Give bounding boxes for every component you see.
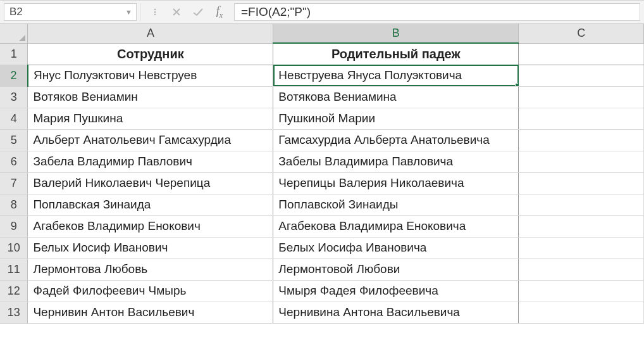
cell-B4[interactable]: Пушкиной Марии xyxy=(273,108,519,129)
row-header[interactable]: 6 xyxy=(0,151,28,172)
cell-A8[interactable]: Поплавская Зинаида xyxy=(28,194,273,215)
cell-C2[interactable] xyxy=(519,65,644,86)
name-box-dropdown-icon[interactable]: ▼ xyxy=(125,8,132,16)
cell-C8[interactable] xyxy=(519,194,644,215)
row-header[interactable]: 12 xyxy=(0,280,28,302)
cell-C9[interactable] xyxy=(519,215,644,237)
formula-text: =FIO(A2;"Р") xyxy=(241,5,311,19)
grid: A B C 1 Сотрудник Родительный падеж 2 Ян… xyxy=(0,24,644,324)
cell-C4[interactable] xyxy=(519,108,644,129)
formula-input[interactable]: =FIO(A2;"Р") xyxy=(234,3,640,21)
cell-C1[interactable] xyxy=(519,43,644,65)
cell-B13[interactable]: Чернивина Антона Васильевича xyxy=(273,302,519,323)
cell-B6[interactable]: Забелы Владимира Павловича xyxy=(273,151,519,172)
row-header[interactable]: 13 xyxy=(0,302,28,323)
cell-B9[interactable]: Агабекова Владимира Еноковича xyxy=(273,215,519,237)
row-header[interactable]: 4 xyxy=(0,108,28,129)
cell-A5[interactable]: Альберт Анатольевич Гамсахурдиа xyxy=(28,129,273,151)
cell-A12[interactable]: Фадей Филофеевич Чмырь xyxy=(28,280,273,302)
row-header[interactable]: 1 xyxy=(0,43,28,65)
cell-B8[interactable]: Поплавской Зинаиды xyxy=(273,194,519,215)
cell-A7[interactable]: Валерий Николаевич Черепица xyxy=(28,172,273,194)
svg-point-1 xyxy=(154,11,156,13)
cell-B3[interactable]: Вотякова Вениамина xyxy=(273,86,519,108)
cell-B10[interactable]: Белых Иосифа Ивановича xyxy=(273,237,519,258)
select-all-corner[interactable] xyxy=(0,24,28,43)
cell-A4[interactable]: Мария Пушкина xyxy=(28,108,273,129)
cell-C7[interactable] xyxy=(519,172,644,194)
name-box[interactable]: B2 ▼ xyxy=(4,3,137,21)
row-header[interactable]: 9 xyxy=(0,215,28,237)
cell-C5[interactable] xyxy=(519,129,644,151)
cell-A6[interactable]: Забела Владимир Павлович xyxy=(28,151,273,172)
row-header[interactable]: 5 xyxy=(0,129,28,151)
name-box-value: B2 xyxy=(9,6,23,18)
row-header[interactable]: 7 xyxy=(0,172,28,194)
col-header-B[interactable]: B xyxy=(273,24,519,43)
cell-B12[interactable]: Чмыря Фадея Филофеевича xyxy=(273,280,519,302)
cell-B2[interactable]: Невструева Януса Полуэктовича xyxy=(273,65,519,86)
cell-C11[interactable] xyxy=(519,258,644,280)
cell-C10[interactable] xyxy=(519,237,644,258)
cell-A11[interactable]: Лермонтова Любовь xyxy=(28,258,273,280)
col-header-A[interactable]: A xyxy=(28,24,273,43)
cancel-icon[interactable] xyxy=(166,3,187,21)
row-header[interactable]: 11 xyxy=(0,258,28,280)
separator xyxy=(137,3,140,21)
row-header[interactable]: 3 xyxy=(0,86,28,108)
row-header[interactable]: 2 xyxy=(0,65,28,86)
cell-C12[interactable] xyxy=(519,280,644,302)
row-header[interactable]: 10 xyxy=(0,237,28,258)
cell-C13[interactable] xyxy=(519,302,644,323)
cell-B1[interactable]: Родительный падеж xyxy=(273,43,519,65)
cell-C3[interactable] xyxy=(519,86,644,108)
row-header[interactable]: 8 xyxy=(0,194,28,215)
cell-B7[interactable]: Черепицы Валерия Николаевича xyxy=(273,172,519,194)
cell-A10[interactable]: Белых Иосиф Иванович xyxy=(28,237,273,258)
col-header-C[interactable]: C xyxy=(519,24,644,43)
cell-B11[interactable]: Лермонтовой Любови xyxy=(273,258,519,280)
cell-A13[interactable]: Чернивин Антон Васильевич xyxy=(28,302,273,323)
insert-function-icon[interactable]: fx xyxy=(209,3,230,21)
cell-A3[interactable]: Вотяков Вениамин xyxy=(28,86,273,108)
worksheet[interactable]: A B C 1 Сотрудник Родительный падеж 2 Ян… xyxy=(0,24,644,344)
cell-B5[interactable]: Гамсахурдиа Альберта Анатольевича xyxy=(273,129,519,151)
enter-icon[interactable] xyxy=(187,3,209,21)
svg-point-0 xyxy=(154,9,156,10)
cell-C6[interactable] xyxy=(519,151,644,172)
cell-A9[interactable]: Агабеков Владимир Енокович xyxy=(28,215,273,237)
cell-A1[interactable]: Сотрудник xyxy=(28,43,273,65)
cell-A2[interactable]: Янус Полуэктович Невструев xyxy=(28,65,273,86)
expand-formula-icon[interactable] xyxy=(144,3,166,21)
svg-point-2 xyxy=(154,14,156,15)
formula-bar: B2 ▼ fx =FIO(A2;"Р") xyxy=(0,0,644,24)
